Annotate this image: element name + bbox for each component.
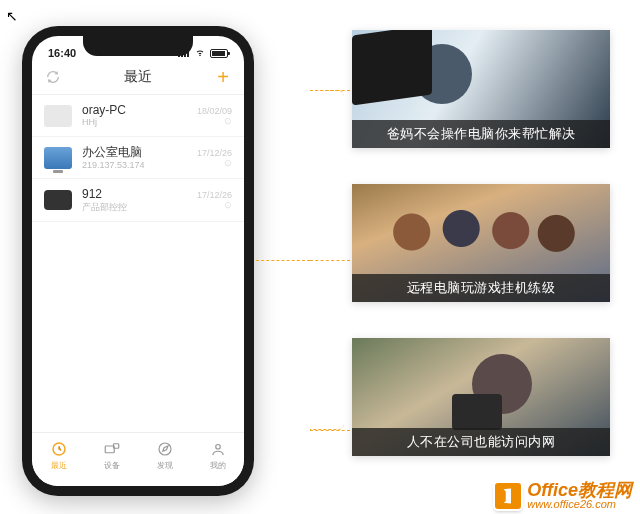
- mouse-cursor-icon: ↖: [6, 8, 18, 24]
- tab-label: 设备: [104, 460, 120, 471]
- tab-discover[interactable]: 发现: [138, 433, 191, 486]
- card-caption: 远程电脑玩游戏挂机练级: [352, 274, 610, 302]
- device-badge: ⊙: [197, 200, 232, 210]
- devices-icon: [103, 440, 121, 458]
- feature-card[interactable]: 远程电脑玩游戏挂机练级: [352, 184, 610, 302]
- tab-mine[interactable]: 我的: [191, 433, 244, 486]
- connector-line: [310, 90, 350, 91]
- svg-point-3: [159, 443, 171, 455]
- device-badge: ⊙: [197, 116, 232, 126]
- tab-label: 最近: [51, 460, 67, 471]
- device-sub: 219.137.53.174: [82, 160, 187, 171]
- tab-devices[interactable]: 设备: [85, 433, 138, 486]
- connector-line: [310, 260, 350, 261]
- status-time: 16:40: [48, 47, 76, 59]
- device-name: 办公室电脑: [82, 145, 187, 159]
- phone-notch: [83, 36, 193, 56]
- watermark: Office教程网 www.office26.com: [495, 481, 632, 510]
- connector-line: [256, 260, 310, 261]
- add-icon[interactable]: +: [214, 68, 232, 86]
- refresh-icon[interactable]: [44, 68, 62, 86]
- device-date: 18/02/09: [197, 106, 232, 116]
- watermark-title: Office教程网: [527, 481, 632, 499]
- device-name: oray-PC: [82, 103, 187, 117]
- feature-cards: 爸妈不会操作电脑你来帮忙解决 远程电脑玩游戏挂机练级 人不在公司也能访问内网: [352, 30, 610, 456]
- tab-bar: 最近 设备 发现 我的: [32, 432, 244, 486]
- nav-bar: 最近 +: [32, 64, 244, 95]
- wifi-icon: [194, 47, 206, 59]
- phone-screen: 16:40 最近 + oray-PC HHj: [32, 36, 244, 486]
- list-item[interactable]: oray-PC HHj 18/02/09 ⊙: [32, 95, 244, 137]
- pc-icon: [44, 105, 72, 127]
- tab-recent[interactable]: 最近: [32, 433, 85, 486]
- nav-title: 最近: [124, 68, 152, 86]
- card-caption: 人不在公司也能访问内网: [352, 428, 610, 456]
- monitor-icon: [44, 147, 72, 169]
- device-sub: 产品部控控: [82, 202, 187, 213]
- battery-icon: [210, 49, 228, 58]
- tab-label: 我的: [210, 460, 226, 471]
- box-icon: [44, 190, 72, 210]
- feature-card[interactable]: 人不在公司也能访问内网: [352, 338, 610, 456]
- device-date: 17/12/26: [197, 190, 232, 200]
- office-logo-icon: [495, 483, 521, 509]
- connector-line: [310, 430, 350, 431]
- clock-icon: [50, 440, 68, 458]
- watermark-url: www.office26.com: [527, 499, 632, 510]
- svg-point-4: [215, 445, 220, 450]
- device-badge: ⊙: [197, 158, 232, 168]
- tab-label: 发现: [157, 460, 173, 471]
- device-sub: HHj: [82, 117, 187, 128]
- feature-card[interactable]: 爸妈不会操作电脑你来帮忙解决: [352, 30, 610, 148]
- phone-mockup: 16:40 最近 + oray-PC HHj: [22, 26, 254, 496]
- person-icon: [209, 440, 227, 458]
- card-caption: 爸妈不会操作电脑你来帮忙解决: [352, 120, 610, 148]
- device-list: oray-PC HHj 18/02/09 ⊙ 办公室电脑 219.137.53.…: [32, 95, 244, 222]
- list-item[interactable]: 912 产品部控控 17/12/26 ⊙: [32, 179, 244, 221]
- discover-icon: [156, 440, 174, 458]
- device-date: 17/12/26: [197, 148, 232, 158]
- list-item[interactable]: 办公室电脑 219.137.53.174 17/12/26 ⊙: [32, 137, 244, 179]
- device-name: 912: [82, 187, 187, 201]
